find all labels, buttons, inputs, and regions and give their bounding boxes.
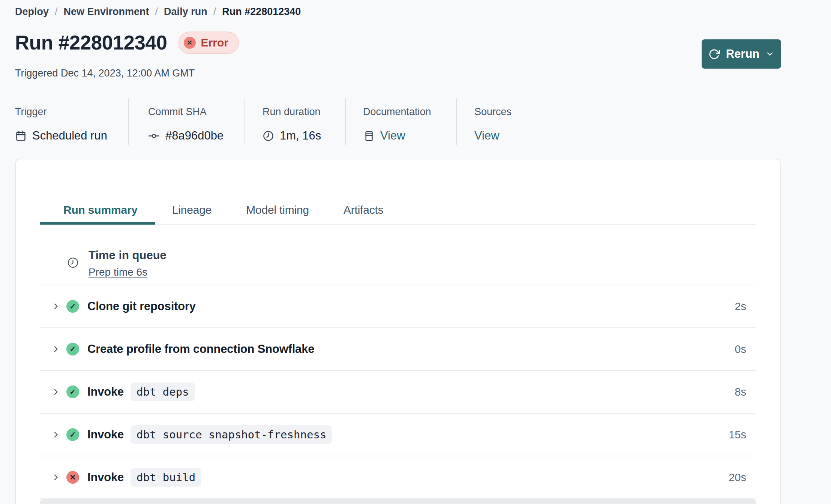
x-circle-icon bbox=[66, 471, 79, 484]
meta-documentation-label: Documentation bbox=[363, 106, 456, 118]
step-duration: 0s bbox=[735, 343, 756, 356]
breadcrumb-deploy[interactable]: Deploy bbox=[15, 6, 49, 18]
check-circle-icon bbox=[66, 386, 79, 398]
check-circle-icon bbox=[66, 343, 79, 356]
prep-time-link[interactable]: Prep time 6s bbox=[88, 266, 147, 278]
meta-documentation: Documentation View bbox=[345, 98, 456, 145]
meta-run-duration: Run duration 1m, 16s bbox=[244, 98, 345, 145]
run-detail-page: Deploy / New Environment / Daily run / R… bbox=[0, 0, 831, 504]
next-section-top-edge bbox=[40, 499, 756, 504]
page-title: Run #228012340 bbox=[15, 32, 167, 54]
step-label: Clone git repository bbox=[87, 300, 196, 313]
step-command-chip: dbt build bbox=[130, 468, 201, 487]
run-summary-card: Run summary Lineage Model timing Artifac… bbox=[15, 159, 781, 504]
step-row-dbt-build[interactable]: Invoke dbt build 20s bbox=[40, 456, 756, 499]
meta-duration-value: 1m, 16s bbox=[280, 129, 321, 142]
breadcrumb: Deploy / New Environment / Daily run / R… bbox=[15, 6, 301, 18]
status-badge: Error bbox=[178, 32, 239, 54]
check-circle-icon bbox=[66, 300, 79, 313]
clock-icon bbox=[262, 130, 274, 142]
calendar-icon bbox=[15, 130, 27, 142]
tab-bar: Run summary Lineage Model timing Artifac… bbox=[40, 204, 756, 225]
time-in-queue-section: Time in queue Prep time 6s bbox=[40, 225, 756, 285]
breadcrumb-environment[interactable]: New Environment bbox=[64, 6, 149, 18]
chevron-right-icon[interactable] bbox=[51, 302, 60, 311]
step-duration: 15s bbox=[729, 429, 756, 441]
title-row: Run #228012340 Error bbox=[15, 32, 239, 54]
run-meta-row: Trigger Scheduled run Commit SHA # bbox=[15, 98, 576, 145]
rerun-button-label: Rerun bbox=[726, 47, 760, 61]
sources-view-link[interactable]: View bbox=[474, 129, 500, 142]
step-label: Create profile from connection Snowflake bbox=[87, 342, 314, 356]
tab-lineage[interactable]: Lineage bbox=[155, 204, 229, 224]
meta-commit-label: Commit SHA bbox=[148, 106, 244, 118]
step-command-chip: dbt source snapshot-freshness bbox=[130, 425, 332, 444]
chevron-right-icon[interactable] bbox=[51, 472, 60, 482]
step-label: Invoke bbox=[87, 385, 124, 399]
step-label: Invoke bbox=[87, 471, 124, 484]
breadcrumb-job[interactable]: Daily run bbox=[164, 6, 207, 18]
chevron-right-icon[interactable] bbox=[51, 344, 60, 354]
step-row-dbt-source-freshness[interactable]: Invoke dbt source snapshot-freshness 15s bbox=[40, 414, 756, 456]
chevron-down-icon bbox=[765, 50, 774, 58]
documentation-view-link[interactable]: View bbox=[380, 129, 405, 142]
meta-sources-label: Sources bbox=[474, 106, 576, 118]
breadcrumb-separator: / bbox=[155, 6, 158, 18]
meta-sources: Sources View bbox=[456, 98, 576, 145]
meta-duration-label: Run duration bbox=[262, 106, 345, 118]
breadcrumb-separator: / bbox=[213, 6, 216, 18]
document-icon bbox=[363, 130, 375, 142]
meta-commit-sha: Commit SHA #8a96d0be bbox=[128, 98, 244, 145]
triggered-timestamp: Triggered Dec 14, 2023, 12:00 AM GMT bbox=[15, 68, 195, 79]
step-row-dbt-deps[interactable]: Invoke dbt deps 8s bbox=[40, 371, 756, 414]
meta-trigger-label: Trigger bbox=[15, 106, 128, 118]
step-row-create-profile[interactable]: Create profile from connection Snowflake… bbox=[40, 328, 756, 371]
breadcrumb-separator: / bbox=[55, 6, 58, 18]
step-command-chip: dbt deps bbox=[130, 382, 195, 401]
step-duration: 20s bbox=[729, 471, 756, 484]
clock-icon bbox=[67, 257, 79, 268]
rotate-cw-icon bbox=[708, 48, 720, 60]
meta-commit-value: #8a96d0be bbox=[165, 129, 224, 142]
chevron-right-icon[interactable] bbox=[51, 430, 60, 440]
step-duration: 2s bbox=[735, 300, 756, 313]
breadcrumb-current-run: Run #228012340 bbox=[222, 6, 301, 18]
step-label: Invoke bbox=[87, 428, 124, 441]
meta-trigger: Trigger Scheduled run bbox=[15, 98, 128, 145]
rerun-button[interactable]: Rerun bbox=[702, 39, 781, 69]
chevron-right-icon[interactable] bbox=[51, 387, 60, 397]
status-badge-label: Error bbox=[201, 36, 228, 49]
error-x-icon bbox=[184, 37, 196, 49]
time-in-queue-title: Time in queue bbox=[88, 249, 166, 262]
tab-model-timing[interactable]: Model timing bbox=[229, 204, 326, 224]
tab-run-summary[interactable]: Run summary bbox=[40, 204, 155, 224]
check-circle-icon bbox=[66, 428, 79, 441]
step-duration: 8s bbox=[735, 386, 756, 398]
tab-artifacts[interactable]: Artifacts bbox=[326, 204, 401, 224]
meta-trigger-value: Scheduled run bbox=[32, 129, 107, 142]
step-row-clone-git[interactable]: Clone git repository 2s bbox=[40, 285, 756, 328]
git-commit-icon bbox=[148, 130, 160, 142]
